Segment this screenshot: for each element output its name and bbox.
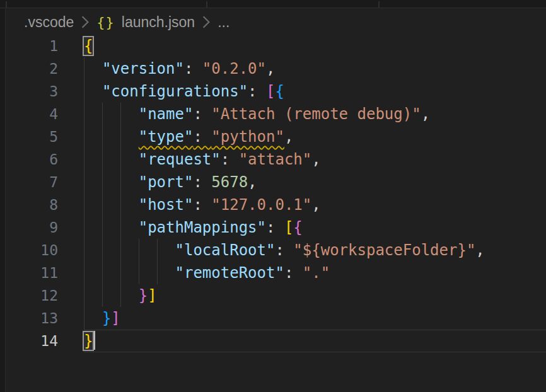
line-content[interactable]: "port": 5678, xyxy=(84,171,257,193)
indent-guide xyxy=(102,125,103,148)
code-token: : xyxy=(221,151,239,168)
indent-spaces xyxy=(84,128,139,146)
code-line[interactable]: 1{ xyxy=(6,35,546,57)
indent-guide xyxy=(120,171,121,193)
indent-guide xyxy=(84,57,84,80)
code-token: [ xyxy=(266,83,275,100)
line-content[interactable]: }] xyxy=(84,284,157,307)
line-content[interactable]: "configurations": [{ xyxy=(84,80,284,103)
code-token: } xyxy=(139,287,148,304)
code-line[interactable]: 7 "port": 5678, xyxy=(6,171,546,193)
indent-spaces xyxy=(84,219,139,236)
code-token: : xyxy=(193,173,211,191)
code-line[interactable]: 9 "pathMappings": [{ xyxy=(6,216,546,239)
line-content[interactable]: "host": "127.0.0.1", xyxy=(84,193,321,216)
indent-guide xyxy=(102,148,103,171)
line-number[interactable]: 14 xyxy=(6,330,58,352)
editor[interactable]: 1{2 "version": "0.2.0",3 "configurations… xyxy=(6,35,546,352)
code-token: "Attach (remote debug)" xyxy=(211,105,421,123)
line-number[interactable]: 6 xyxy=(6,148,58,171)
line-content[interactable]: "type": "python", xyxy=(84,125,293,148)
code-token: : xyxy=(248,83,266,100)
json-braces-icon: {} xyxy=(96,14,115,30)
code-line[interactable]: 10 "localRoot": "${workspaceFolder}", xyxy=(6,239,546,262)
code-token: , xyxy=(311,196,320,214)
indent-guide xyxy=(120,125,121,148)
line-content[interactable]: } xyxy=(84,330,95,352)
line-content[interactable]: "localRoot": "${workspaceFolder}", xyxy=(84,239,485,262)
line-content[interactable]: "version": "0.2.0", xyxy=(84,57,275,80)
code-token: "configurations" xyxy=(102,83,248,100)
indent-guide xyxy=(120,239,121,262)
code-token: 5678 xyxy=(211,173,248,191)
code-line[interactable]: 12 }] xyxy=(6,284,546,307)
indent-guide xyxy=(120,216,121,239)
line-number[interactable]: 4 xyxy=(6,103,58,125)
line-number[interactable]: 8 xyxy=(6,193,58,216)
line-number[interactable]: 11 xyxy=(6,262,58,284)
code-token: "127.0.0.1" xyxy=(211,196,311,214)
indent-guide xyxy=(84,125,84,148)
line-number[interactable]: 7 xyxy=(6,171,58,193)
indent-guide xyxy=(84,216,84,239)
sidebar-edge xyxy=(0,9,6,392)
code-token: : xyxy=(284,264,303,282)
indent-guide xyxy=(157,262,158,284)
indent-guide xyxy=(84,262,84,284)
line-number[interactable]: 3 xyxy=(6,80,58,103)
line-content[interactable]: "name": "Attach (remote debug)", xyxy=(84,103,430,125)
code-line[interactable]: 2 "version": "0.2.0", xyxy=(6,57,546,80)
breadcrumb-more[interactable]: ... xyxy=(218,14,229,31)
code-token: "python" xyxy=(211,128,284,146)
indent-guide xyxy=(120,262,121,284)
line-number[interactable]: 10 xyxy=(6,239,58,262)
code-line[interactable]: 3 "configurations": [{ xyxy=(6,80,546,103)
indent-guide xyxy=(120,103,121,125)
code-token: : xyxy=(193,128,211,146)
code-token: : xyxy=(275,241,293,259)
chevron-right-icon xyxy=(81,15,90,29)
indent-guide xyxy=(84,239,84,262)
indent-spaces xyxy=(84,105,139,123)
code-line[interactable]: 6 "request": "attach", xyxy=(6,148,546,171)
code-token: "name" xyxy=(139,105,194,123)
code-token: [ xyxy=(284,219,293,236)
code-token: , xyxy=(248,173,257,191)
code-line[interactable]: 13 }] xyxy=(6,307,546,330)
indent-guide xyxy=(139,239,139,262)
line-number[interactable]: 9 xyxy=(6,216,58,239)
indent-guide xyxy=(84,171,84,193)
tab-divider xyxy=(378,1,380,8)
code-token: "attach" xyxy=(239,151,312,168)
code-token: : xyxy=(193,196,211,214)
code-line[interactable]: 8 "host": "127.0.0.1", xyxy=(6,193,546,216)
line-content[interactable]: "request": "attach", xyxy=(84,148,321,171)
indent-guide xyxy=(84,307,84,330)
code-line[interactable]: 5 "type": "python", xyxy=(6,125,546,148)
breadcrumb-folder[interactable]: .vscode xyxy=(24,14,74,31)
code-token: { xyxy=(293,219,302,236)
line-number[interactable]: 1 xyxy=(6,35,58,57)
line-number[interactable]: 5 xyxy=(6,125,58,148)
code-line[interactable]: 4 "name": "Attach (remote debug)", xyxy=(6,103,546,125)
code-line[interactable]: 11 "remoteRoot": "." xyxy=(6,262,546,284)
indent-guide xyxy=(120,193,121,216)
line-number[interactable]: 13 xyxy=(6,307,58,330)
code-token: : xyxy=(266,219,284,236)
line-content[interactable]: "pathMappings": [{ xyxy=(84,216,303,239)
indent-spaces xyxy=(84,173,139,191)
code-token: "port" xyxy=(139,173,194,191)
matched-bracket: { xyxy=(84,37,93,55)
breadcrumb-file[interactable]: launch.json xyxy=(122,14,195,31)
line-number[interactable]: 12 xyxy=(6,284,58,307)
line-content[interactable]: "remoteRoot": "." xyxy=(84,262,330,284)
line-content[interactable]: }] xyxy=(84,307,120,330)
indent-guide xyxy=(84,148,84,171)
line-content[interactable]: { xyxy=(84,35,93,57)
code-line[interactable]: 14} xyxy=(6,330,546,352)
indent-guide xyxy=(84,284,84,307)
indent-guide xyxy=(102,171,103,193)
code-token: ] xyxy=(148,287,156,304)
indent-guide xyxy=(102,284,103,307)
line-number[interactable]: 2 xyxy=(6,57,58,80)
